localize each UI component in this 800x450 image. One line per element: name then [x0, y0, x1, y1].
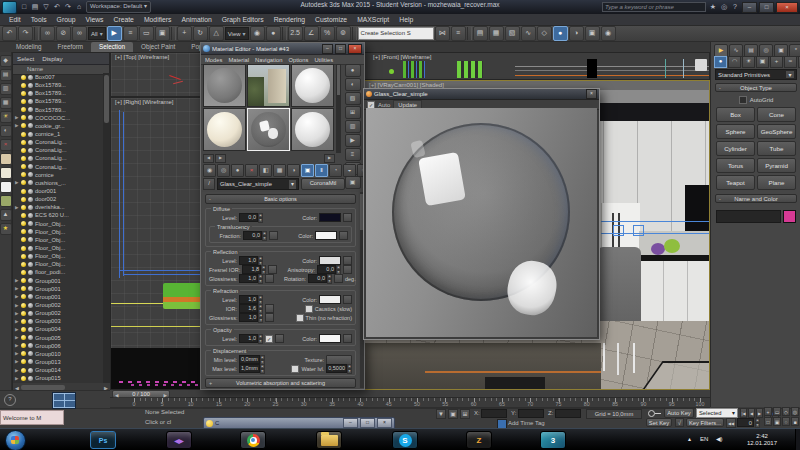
- value-spinner[interactable]: 1,0▲▼: [239, 256, 263, 265]
- material-type-button[interactable]: CoronaMtl: [301, 178, 345, 190]
- current-frame-field[interactable]: 0: [737, 418, 754, 427]
- redo-icon[interactable]: ↷: [63, 2, 73, 12]
- visibility-bulb-icon[interactable]: [21, 376, 26, 381]
- cat-space-warps[interactable]: ≈: [784, 56, 797, 68]
- x-coordinate-field[interactable]: [481, 409, 507, 418]
- scene-item[interactable]: ▶Group004: [13, 325, 103, 333]
- expand-arrow-icon[interactable]: ▶: [15, 278, 19, 283]
- color-swatch[interactable]: [319, 213, 341, 222]
- spinner-value[interactable]: 0,0mm: [239, 355, 260, 364]
- taskbar-skype-icon[interactable]: S: [392, 431, 418, 449]
- spinner-arrows[interactable]: ▲▼: [260, 364, 265, 373]
- make-preview-icon[interactable]: ▶: [345, 134, 361, 147]
- cat-geometry[interactable]: ●: [714, 56, 727, 68]
- primitive-button-tube[interactable]: Tube: [757, 141, 796, 156]
- selection-lock-icon[interactable]: ▼: [436, 409, 446, 419]
- snaps-toggle-icon[interactable]: 2.5: [288, 26, 303, 41]
- viewport-nav-button[interactable]: ◎: [791, 407, 799, 416]
- spinner-value[interactable]: 0,0: [317, 265, 336, 274]
- color-swatch[interactable]: [319, 334, 341, 343]
- param-checkbox[interactable]: [296, 314, 304, 322]
- pick-from-object-icon[interactable]: /: [203, 178, 215, 190]
- cat-helpers[interactable]: +: [770, 56, 783, 68]
- menu-tools[interactable]: Tools: [26, 14, 52, 26]
- me-menu-navigation[interactable]: Navigation: [255, 57, 282, 63]
- redo-icon[interactable]: ↷: [18, 26, 33, 41]
- visibility-bulb-icon[interactable]: [21, 164, 26, 169]
- sample-slot-glass[interactable]: [247, 108, 290, 151]
- spinner-value[interactable]: 1,0: [239, 313, 258, 322]
- visibility-bulb-icon[interactable]: [21, 180, 26, 185]
- language-indicator[interactable]: EN: [700, 436, 708, 443]
- spinner-arrows[interactable]: ▲▼: [258, 334, 263, 343]
- expand-arrow-icon[interactable]: ▶: [15, 123, 19, 128]
- select-by-name-icon[interactable]: ≡: [123, 26, 138, 41]
- visibility-bulb-icon[interactable]: [21, 205, 26, 210]
- map-slot-button[interactable]: [339, 231, 348, 240]
- visibility-bulb-icon[interactable]: [21, 368, 26, 373]
- value-spinner[interactable]: 1,0▲▼: [239, 295, 263, 304]
- value-spinner[interactable]: 0,0mm▲▼: [239, 355, 265, 364]
- time-slider-handle[interactable]: ◀ 0 / 100 ▶: [112, 390, 170, 398]
- toggle-layer-explorer-icon[interactable]: ▦: [489, 26, 504, 41]
- visibility-bulb-icon[interactable]: [21, 75, 26, 80]
- scene-item[interactable]: CoronaLig...: [13, 163, 103, 171]
- spinner-arrows[interactable]: ▲▼: [258, 313, 263, 322]
- viewport-nav-button[interactable]: ▭: [773, 407, 781, 416]
- basic-options-rollout[interactable]: -Basic options: [205, 194, 356, 204]
- spinner-value[interactable]: 1,0: [239, 256, 258, 265]
- map-slot-button[interactable]: [265, 274, 274, 283]
- visibility-bulb-icon[interactable]: [21, 335, 26, 340]
- scene-item[interactable]: door001: [13, 187, 103, 195]
- visibility-bulb-icon[interactable]: [21, 254, 26, 259]
- percent-snap-icon[interactable]: %: [320, 26, 335, 41]
- map-slot-button[interactable]: [343, 295, 352, 304]
- visibility-bulb-icon[interactable]: [21, 221, 26, 226]
- ribbon-tab-object-paint[interactable]: Object Paint: [133, 42, 183, 52]
- scene-item[interactable]: ▶Group001: [13, 293, 103, 301]
- rollout-volumetric-absorption-and-scattering[interactable]: +Volumetric absorption and scattering: [205, 378, 356, 388]
- scene-list-scrollbar[interactable]: [103, 73, 110, 383]
- project-folder-icon[interactable]: ⌂: [74, 2, 84, 12]
- scene-item[interactable]: ▶Group002: [13, 309, 103, 317]
- primitive-button-pyramid[interactable]: Pyramid: [757, 158, 796, 173]
- 3ds-max-logo-icon[interactable]: [2, 1, 17, 14]
- expand-arrow-icon[interactable]: ▶: [15, 319, 19, 324]
- select-and-manipulate-icon[interactable]: ●: [266, 26, 281, 41]
- value-spinner[interactable]: 0,5000▲▼: [326, 364, 352, 373]
- spinner-arrows[interactable]: ▲▼: [261, 265, 266, 274]
- object-type-rollout[interactable]: -Object Type: [715, 83, 797, 92]
- scene-item[interactable]: cornice_1: [13, 130, 103, 138]
- object-name-field[interactable]: [716, 210, 781, 223]
- taskbar-z-app-icon[interactable]: Z: [466, 431, 492, 449]
- use-pivot-center-icon[interactable]: ◉: [250, 26, 265, 41]
- scene-item[interactable]: ▶Group001: [13, 277, 103, 285]
- close-button[interactable]: ×: [776, 2, 798, 13]
- expand-arrow-icon[interactable]: ▶: [15, 311, 19, 316]
- me-maximize-button[interactable]: □: [335, 44, 346, 54]
- map-slot-button[interactable]: [265, 304, 274, 313]
- visibility-bulb-icon[interactable]: [21, 140, 26, 145]
- value-spinner[interactable]: 1,8▲▼: [242, 265, 266, 274]
- visibility-bulb-icon[interactable]: [21, 237, 26, 242]
- viewport-top-label[interactable]: [+] [Top] [Wireframe]: [115, 54, 169, 60]
- spinner-arrows[interactable]: ▲▼: [260, 355, 265, 364]
- viewport-nav-button[interactable]: +: [764, 407, 772, 416]
- scene-item[interactable]: Box15789...: [13, 97, 103, 105]
- object-color-swatch[interactable]: [783, 210, 796, 223]
- me-menu-utilities[interactable]: Utilities: [314, 57, 333, 63]
- material-olive-icon[interactable]: [0, 195, 12, 207]
- spinner-arrows[interactable]: ▲▼: [258, 256, 263, 265]
- visibility-bulb-icon[interactable]: [21, 213, 26, 218]
- spinner-arrows[interactable]: ▲▼: [327, 274, 332, 283]
- render-production-icon[interactable]: ◉: [601, 26, 616, 41]
- map-slot-button[interactable]: [275, 334, 284, 343]
- scene-item[interactable]: ▶Group010: [13, 350, 103, 358]
- expand-arrow-icon[interactable]: ▶: [15, 376, 19, 381]
- map-slot-button[interactable]: [343, 265, 352, 274]
- visibility-bulb-icon[interactable]: [21, 351, 26, 356]
- volume-icon[interactable]: ◀): [716, 436, 723, 443]
- visibility-bulb-icon[interactable]: [21, 83, 26, 88]
- visibility-bulb-icon[interactable]: [21, 197, 26, 202]
- key-filters-button[interactable]: Key Filters...: [686, 418, 724, 427]
